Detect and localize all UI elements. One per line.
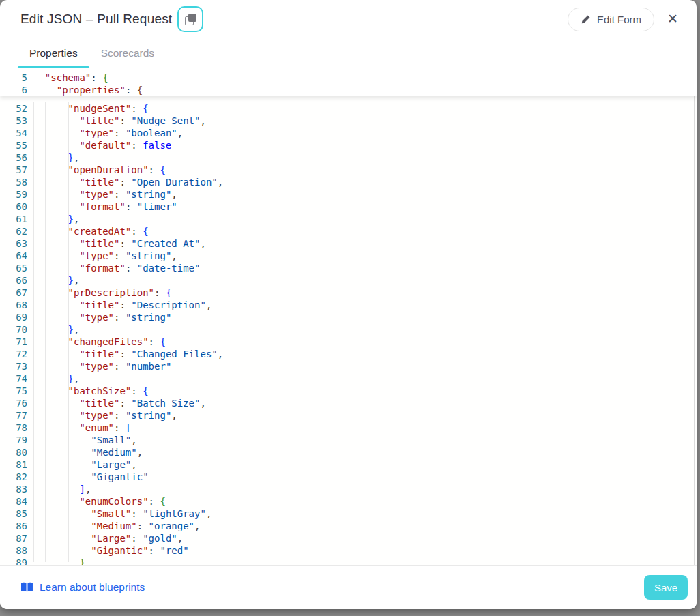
line-number: 55 [0,139,27,151]
code-line[interactable]: 55 "default": false [0,139,697,151]
line-content: } [27,557,85,565]
code-line[interactable]: 89 } [0,557,697,565]
close-button[interactable]: ✕ [664,10,682,28]
line-content: "Medium": "orange", [27,520,200,532]
code-line[interactable]: 86 "Medium": "orange", [0,520,697,532]
line-content: "type": "string" [27,311,171,323]
code-line[interactable]: 82 "Gigantic" [0,471,697,483]
code-line[interactable]: 58 "title": "Open Duration", [0,176,697,188]
dialog-header: Edit JSON – Pull Request Edit Form ✕ [0,0,697,38]
edit-form-label: Edit Form [597,14,641,25]
line-content: "type": "number" [27,360,171,372]
code-line[interactable]: 80 "Medium", [0,446,697,458]
line-content: "Medium", [27,446,143,458]
code-line[interactable]: 52 "nudgeSent": { [0,102,697,115]
code-line[interactable]: 56 }, [0,151,697,164]
code-line[interactable]: 65 "format": "date-time" [0,262,697,274]
code-line[interactable]: 60 "format": "timer" [0,201,697,213]
code-line[interactable]: 62 "createdAt": { [0,225,697,237]
line-number: 6 [0,84,27,96]
line-number: 52 [0,102,27,115]
line-number: 75 [0,385,27,397]
code-line[interactable]: 70 }, [0,323,697,336]
code-line[interactable]: 54 "type": "boolean", [0,127,697,139]
line-number: 63 [0,237,27,250]
code-lines: 52 "nudgeSent": {53 "title": "Nudge Sent… [0,102,697,565]
code-line[interactable]: 84 "enumColors": { [0,495,697,508]
line-number: 59 [0,188,27,201]
line-number: 84 [0,495,27,508]
code-line[interactable]: 74 }, [0,372,697,385]
code-line[interactable]: 66 }, [0,274,697,287]
line-number: 86 [0,520,27,532]
code-line[interactable]: 83 ], [0,483,697,495]
copy-icon [185,14,196,25]
line-number: 5 [0,72,27,84]
code-line[interactable]: 68 "title": "Description", [0,299,697,311]
code-line[interactable]: 81 "Large", [0,458,697,471]
line-content: "default": false [27,139,171,151]
line-number: 82 [0,471,27,483]
code-line[interactable]: 85 "Small": "lightGray", [0,508,697,520]
line-content: "schema": { [27,72,108,84]
line-number: 54 [0,127,27,139]
edit-form-button[interactable]: Edit Form [568,8,654,31]
line-number: 62 [0,225,27,237]
line-number: 67 [0,287,27,299]
copy-button[interactable] [177,6,203,32]
code-line[interactable]: 57 "openDuration": { [0,164,697,176]
line-content: "format": "date-time" [27,262,200,274]
save-button[interactable]: Save [644,575,688,600]
code-line[interactable]: 88 "Gigantic": "red" [0,544,697,557]
line-content: "Gigantic": "red" [27,544,189,557]
tab-properties-label: Properties [29,47,78,59]
code-line[interactable]: 64 "type": "string", [0,250,697,262]
code-line[interactable]: 69 "type": "string" [0,311,697,323]
line-content: "title": "Changed Files", [27,348,223,360]
line-number: 79 [0,434,27,446]
learn-about-blueprints-link[interactable]: Learn about blueprints [20,581,145,593]
code-line[interactable]: 71 "changedFiles": { [0,336,697,348]
code-line[interactable]: 61 }, [0,213,697,225]
line-content: "Gigantic" [27,471,149,483]
code-line[interactable]: 73 "type": "number" [0,360,697,372]
pencil-icon [581,14,591,25]
code-line[interactable]: 72 "title": "Changed Files", [0,348,697,360]
code-line[interactable]: 78 "enum": [ [0,422,697,434]
line-content: "title": "Nudge Sent", [27,115,206,127]
json-code-editor[interactable]: 5 "schema": {6 "properties": { 52 "nudge… [0,68,697,565]
tab-bar: Properties Scorecards [0,38,697,68]
code-line[interactable]: 5 "schema": { [0,72,697,84]
line-number: 57 [0,164,27,176]
code-line[interactable]: 53 "title": "Nudge Sent", [0,115,697,127]
code-line[interactable]: 76 "title": "Batch Size", [0,397,697,409]
line-content: "type": "string", [27,409,177,422]
line-content: ], [27,483,91,495]
line-content: "Large": "gold", [27,532,183,544]
line-number: 68 [0,299,27,311]
line-number: 74 [0,372,27,385]
code-line[interactable]: 67 "prDescription": { [0,287,697,299]
tab-scorecards[interactable]: Scorecards [89,38,166,68]
code-line[interactable]: 87 "Large": "gold", [0,532,697,544]
code-line[interactable]: 6 "properties": { [0,84,697,96]
edit-json-dialog: Edit JSON – Pull Request Edit Form ✕ Pro… [0,0,697,609]
line-number: 56 [0,151,27,164]
code-line[interactable]: 75 "batchSize": { [0,385,697,397]
line-content: "format": "timer" [27,201,177,213]
line-content: "title": "Batch Size", [27,397,206,409]
line-content: "properties": { [27,84,143,96]
line-content: "type": "boolean", [27,127,183,139]
code-line[interactable]: 77 "type": "string", [0,409,697,422]
line-content: "title": "Description", [27,299,212,311]
code-line[interactable]: 79 "Small", [0,434,697,446]
learn-link-label: Learn about blueprints [40,581,145,593]
line-content: "changedFiles": { [27,336,166,348]
tab-properties[interactable]: Properties [18,38,89,68]
code-line[interactable]: 59 "type": "string", [0,188,697,201]
line-number: 60 [0,201,27,213]
line-number: 72 [0,348,27,360]
line-content: "Small": "lightGray", [27,508,212,520]
line-content: "enumColors": { [27,495,166,508]
code-line[interactable]: 63 "title": "Created At", [0,237,697,250]
